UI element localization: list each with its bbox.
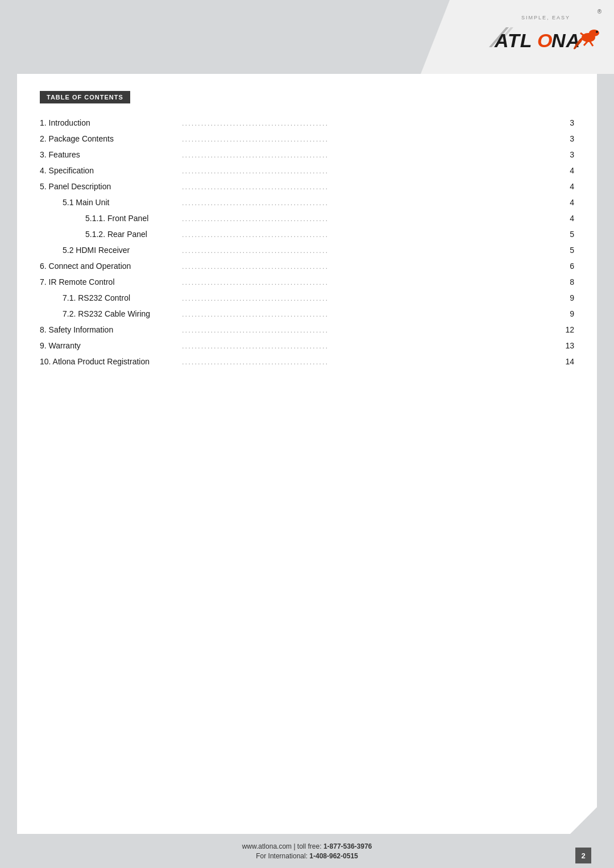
footer-website: www.atlona.com [242, 842, 292, 850]
toc-dots: ........................................… [182, 342, 557, 350]
footer-line1: www.atlona.com | toll free: 1-877-536-39… [242, 842, 372, 850]
page-number: 2 [575, 848, 591, 863]
toc-page-number: 8 [557, 274, 574, 290]
toc-page-number: 4 [557, 178, 574, 194]
toc-entry-text: 7.1. RS232 Control [40, 290, 182, 306]
footer-separator: | toll free: [293, 842, 323, 850]
toc-page-number: 3 [557, 115, 574, 131]
toc-page-number: 13 [557, 338, 574, 354]
logo-area: ® SIMPLE, EASY ATL O NA [421, 0, 614, 74]
toc-dots: ........................................… [182, 326, 557, 334]
toc-dots: ........................................… [182, 278, 557, 286]
toc-page-number: 12 [557, 322, 574, 338]
toc-dots: ........................................… [182, 167, 557, 175]
svg-point-6 [589, 30, 599, 36]
toc-dots: ........................................… [182, 135, 557, 143]
toc-dots-cell: ........................................… [182, 306, 557, 322]
footer-tollfree: 1-877-536-3976 [323, 842, 372, 850]
toc-entry-text: 7. IR Remote Control [40, 274, 182, 290]
atlona-logo: ATL O NA [489, 22, 603, 53]
atlona-logo-svg: ATL O NA [489, 22, 603, 53]
toc-dots: ........................................… [182, 214, 557, 223]
toc-row: 5.1.2. Rear Panel.......................… [40, 226, 574, 242]
toc-page-number: 14 [557, 354, 574, 369]
svg-text:NA: NA [551, 30, 580, 51]
toc-dots: ........................................… [182, 294, 557, 302]
toc-entry-text: 5. Panel Description [40, 178, 182, 194]
registered-symbol: ® [598, 9, 601, 15]
toc-dots: ........................................… [182, 182, 557, 191]
toc-row: 5.1 Main Unit...........................… [40, 194, 574, 210]
toc-entry-text: 5.2 HDMI Receiver [40, 242, 182, 258]
main-content: TABLE OF CONTENTS 1. Introduction.......… [17, 74, 597, 841]
logo-container: ® SIMPLE, EASY ATL O NA [489, 9, 603, 53]
footer-intl-number: 1-408-962-0515 [309, 852, 358, 860]
footer-line2: For International: 1-408-962-0515 [256, 852, 358, 860]
toc-page-number: 4 [557, 210, 574, 226]
toc-table: 1. Introduction.........................… [40, 115, 574, 369]
toc-dots-cell: ........................................… [182, 322, 557, 338]
toc-dots-cell: ........................................… [182, 163, 557, 178]
toc-page-number: 4 [557, 194, 574, 210]
toc-row: 9. Warranty.............................… [40, 338, 574, 354]
toc-row: 6. Connect and Operation................… [40, 258, 574, 274]
toc-row: 2. Package Contents.....................… [40, 131, 574, 147]
toc-row: 1. Introduction.........................… [40, 115, 574, 131]
toc-page-number: 4 [557, 163, 574, 178]
toc-page-number: 3 [557, 147, 574, 163]
toc-dots: ........................................… [182, 246, 557, 255]
toc-row: 3. Features.............................… [40, 147, 574, 163]
toc-entry-text: 4. Specification [40, 163, 182, 178]
toc-dots: ........................................… [182, 230, 557, 239]
footer-intl-label: For International: [256, 852, 308, 860]
toc-entry-text: 10. Atlona Product Registration [40, 354, 182, 369]
toc-dots-cell: ........................................… [182, 258, 557, 274]
toc-dots-cell: ........................................… [182, 210, 557, 226]
toc-row: 5. Panel Description....................… [40, 178, 574, 194]
toc-entry-text: 1. Introduction [40, 115, 182, 131]
toc-page-number: 3 [557, 131, 574, 147]
toc-entry-text: 6. Connect and Operation [40, 258, 182, 274]
header: ® SIMPLE, EASY ATL O NA [0, 0, 614, 74]
toc-dots-cell: ........................................… [182, 194, 557, 210]
toc-entry-text: 2. Package Contents [40, 131, 182, 147]
toc-entry-text: 7.2. RS232 Cable Wiring [40, 306, 182, 322]
toc-dots-cell: ........................................… [182, 147, 557, 163]
toc-row: 7. IR Remote Control....................… [40, 274, 574, 290]
toc-dots-cell: ........................................… [182, 226, 557, 242]
toc-dots-cell: ........................................… [182, 178, 557, 194]
toc-dots-cell: ........................................… [182, 290, 557, 306]
footer: www.atlona.com | toll free: 1-877-536-39… [0, 834, 614, 868]
toc-page-number: 5 [557, 242, 574, 258]
toc-dots-cell: ........................................… [182, 338, 557, 354]
svg-point-7 [596, 31, 598, 33]
toc-entry-text: 8. Safety Information [40, 322, 182, 338]
toc-dots-cell: ........................................… [182, 115, 557, 131]
toc-dots-cell: ........................................… [182, 354, 557, 369]
toc-entry-text: 5.1.2. Rear Panel [40, 226, 182, 242]
toc-heading: TABLE OF CONTENTS [40, 91, 130, 103]
toc-page-number: 6 [557, 258, 574, 274]
toc-entry-text: 9. Warranty [40, 338, 182, 354]
toc-dots: ........................................… [182, 198, 557, 207]
toc-dots-cell: ........................................… [182, 131, 557, 147]
toc-dots: ........................................… [182, 310, 557, 318]
toc-dots-cell: ........................................… [182, 274, 557, 290]
toc-page-number: 5 [557, 226, 574, 242]
svg-text:O: O [537, 30, 553, 51]
toc-page-number: 9 [557, 306, 574, 322]
toc-dots: ........................................… [182, 151, 557, 159]
toc-row: 10. Atlona Product Registration.........… [40, 354, 574, 369]
toc-row: 7.2. RS232 Cable Wiring.................… [40, 306, 574, 322]
toc-entry-text: 5.1.1. Front Panel [40, 210, 182, 226]
toc-dots: ........................................… [182, 262, 557, 271]
toc-row: 5.1.1. Front Panel......................… [40, 210, 574, 226]
toc-row: 5.2 HDMI Receiver.......................… [40, 242, 574, 258]
tagline: SIMPLE, EASY [521, 15, 570, 20]
toc-entry-text: 5.1 Main Unit [40, 194, 182, 210]
toc-dots-cell: ........................................… [182, 242, 557, 258]
toc-entry-text: 3. Features [40, 147, 182, 163]
toc-dots: ........................................… [182, 358, 557, 366]
toc-row: 7.1. RS232 Control......................… [40, 290, 574, 306]
toc-page-number: 9 [557, 290, 574, 306]
